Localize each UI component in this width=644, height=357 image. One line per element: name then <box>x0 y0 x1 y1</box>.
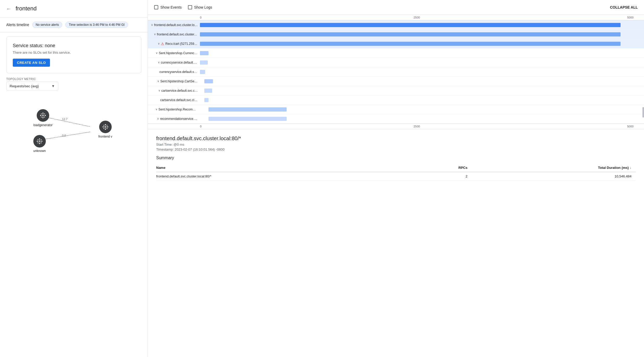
trace-row[interactable]: ∨Sent.hipstershop.CurrencyService.GetSup… <box>148 48 644 58</box>
frontend-label: frontend v <box>98 135 112 138</box>
svg-point-24 <box>105 129 106 130</box>
service-status-title: Service status: none <box>13 43 135 48</box>
svg-point-9 <box>41 113 42 114</box>
trace-row-label: currencyservice.default.svc.cluster.loca… <box>148 70 200 74</box>
show-events-checkbox[interactable]: Show Events <box>154 5 182 9</box>
trace-bar-area <box>200 68 634 76</box>
axis-tick-5000: 5000 <box>489 16 634 19</box>
svg-point-20 <box>37 143 38 143</box>
page-header: ← frontend <box>0 0 148 17</box>
chevron-icon[interactable]: ∨ <box>158 89 160 92</box>
sort-icon[interactable]: ↓ <box>630 165 632 170</box>
svg-line-1 <box>42 132 90 140</box>
svg-point-11 <box>41 117 42 118</box>
trace-row[interactable]: cartservice.default.svc.cluster.local:70… <box>148 95 644 105</box>
service-status-card: Service status: none There are no SLOs s… <box>6 36 141 73</box>
axis-tick-bottom-5000: 5000 <box>489 125 634 128</box>
trace-row-label: ∨recommendationservice.default.svc.clust… <box>148 117 200 121</box>
svg-point-5 <box>42 113 43 114</box>
chevron-icon[interactable]: ∨ <box>157 79 159 83</box>
col-name: Name <box>156 163 414 172</box>
summary-table-row: frontend.default.svc.cluster.local:80/*2… <box>156 172 636 181</box>
trace-bar-area <box>200 40 634 47</box>
chevron-icon[interactable]: ∨ <box>154 33 156 36</box>
col-duration: Total Duration (ms) ↓ <box>472 163 636 172</box>
scrollbar-thumb[interactable] <box>642 107 644 118</box>
node-loadgenerator[interactable]: loadgenerator <box>33 109 53 127</box>
show-events-checkbox-box[interactable] <box>154 5 158 9</box>
trace-bar-area <box>200 50 634 57</box>
chevron-down-icon: ▼ <box>51 84 55 88</box>
show-logs-checkbox-box[interactable] <box>188 5 192 9</box>
collapse-all-button[interactable]: COLLAPSE ALL <box>610 5 638 9</box>
trace-row[interactable]: ∨cartservice.default.svc.cluster.local:7… <box>148 86 644 95</box>
trace-bar <box>200 70 205 74</box>
svg-point-27 <box>103 125 104 126</box>
trace-span-label: currencyservice.default.svc.cluster.loca… <box>160 70 198 74</box>
show-logs-label: Show Logs <box>194 5 212 9</box>
trace-row-label: cartservice.default.svc.cluster.local:70… <box>148 98 200 102</box>
trace-row[interactable]: ∨⚠Recv./cart (5271.259 ms) <box>148 39 644 48</box>
trace-bar-area <box>200 96 634 104</box>
loadgenerator-icon <box>37 109 49 122</box>
trace-span-label: frontend.default.svc.cluster.local:80/* … <box>157 33 198 36</box>
trace-bar-area <box>200 87 634 94</box>
trace-span-label: cartservice.default.svc.cluster.local:70… <box>160 98 198 102</box>
chevron-icon[interactable]: ∨ <box>157 117 159 120</box>
trace-bar-area <box>200 21 634 29</box>
axis-tick-bottom-2500: 2500 <box>344 125 489 128</box>
alerts-row: Alerts timeline No service alerts Time s… <box>6 22 141 28</box>
svg-point-25 <box>103 126 104 127</box>
trace-toolbar: Show Events Show Logs COLLAPSE ALL <box>148 0 644 15</box>
trace-row[interactable]: ∨recommendationservice.default.svc.clust… <box>148 114 644 124</box>
trace-bar <box>200 23 621 27</box>
alerts-section: Alerts timeline No service alerts Time s… <box>0 17 148 32</box>
node-frontend[interactable]: frontend v <box>98 121 112 138</box>
svg-point-23 <box>105 124 106 125</box>
trace-bar-area <box>200 59 634 66</box>
chevron-icon[interactable]: ∨ <box>151 23 153 27</box>
svg-point-4 <box>42 114 44 117</box>
trace-row[interactable]: ∨Sent.hipstershop.RecommendationService.… <box>148 105 644 114</box>
trace-row-label: ∨frontend.default.svc.cluster.local:80/*… <box>148 23 200 27</box>
trace-span-label: Sent.hipstershop.CurrencyService.GetSupp… <box>159 51 198 55</box>
detail-title: frontend.default.svc.cluster.local:80/* <box>156 136 636 141</box>
trace-row[interactable]: currencyservice.default.svc.cluster.loca… <box>148 67 644 77</box>
no-service-alerts-chip[interactable]: No service alerts <box>32 22 62 28</box>
trace-span-label: currencyservice.default.svc.cluster.loca… <box>161 61 198 64</box>
svg-point-8 <box>45 115 46 116</box>
chevron-icon[interactable]: ∨ <box>155 108 157 111</box>
create-slo-button[interactable]: CREATE AN SLO <box>13 59 50 67</box>
show-logs-checkbox[interactable]: Show Logs <box>188 5 212 9</box>
back-button[interactable]: ← <box>6 6 11 12</box>
col-rpcs: RPCs <box>414 163 472 172</box>
trace-row[interactable]: ∨currencyservice.default.svc.cluster.loc… <box>148 58 644 67</box>
time-selection-chip[interactable]: Time selection is 3:46 PM to 4:46 PM GI <box>65 22 128 28</box>
chevron-icon[interactable]: ∨ <box>158 42 160 45</box>
svg-point-22 <box>104 126 106 128</box>
trace-bar <box>200 51 209 55</box>
topology-metric-select[interactable]: Requests/sec (avg) ▼ <box>6 82 58 90</box>
topology-metric-label: Topology Metric <box>6 77 141 81</box>
trace-bar <box>204 79 213 83</box>
unknown-label: unknown <box>33 149 46 153</box>
summary-table-body: frontend.default.svc.cluster.local:80/*2… <box>156 172 636 181</box>
trace-rows-container: ∨frontend.default.svc.cluster.local:80/*… <box>148 20 644 124</box>
trace-row-label: ∨Sent.hipstershop.CartService.GetCart (4… <box>148 79 200 83</box>
trace-bar <box>200 60 208 65</box>
trace-bar-area <box>200 115 634 122</box>
chevron-icon[interactable]: ∨ <box>156 51 158 55</box>
frontend-icon <box>99 121 112 133</box>
trace-axis-bottom: 0 2500 5000 <box>148 124 644 129</box>
trace-row[interactable]: ∨Sent.hipstershop.CartService.GetCart (4… <box>148 77 644 86</box>
trace-row[interactable]: ∨frontend.default.svc.cluster.local:80/*… <box>148 30 644 39</box>
trace-bar <box>209 117 287 121</box>
trace-bar-area <box>200 106 634 113</box>
chevron-icon[interactable]: ∨ <box>158 61 160 64</box>
axis-tick-0: 0 <box>200 16 344 19</box>
node-unknown[interactable]: unknown <box>33 135 46 153</box>
summary-table: Name RPCs Total Duration (ms) ↓ frontend… <box>156 163 636 181</box>
trace-row[interactable]: ∨frontend.default.svc.cluster.local:80/*… <box>148 20 644 30</box>
trace-bar <box>200 42 621 46</box>
detail-timestamp: Timestamp: 2023-02-07 (16:10:01.564) -08… <box>156 147 636 151</box>
